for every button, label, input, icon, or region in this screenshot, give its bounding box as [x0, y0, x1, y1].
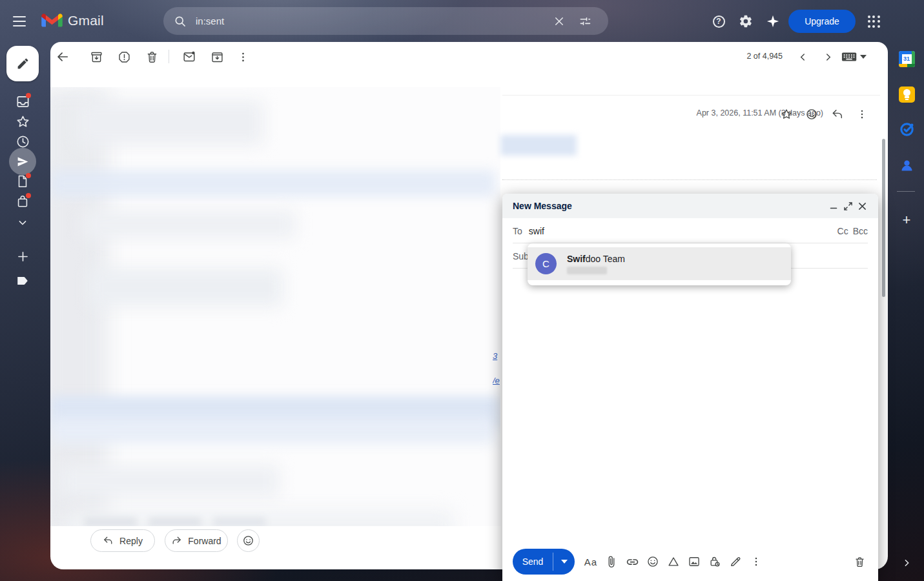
bcc-toggle[interactable]: Bcc [853, 226, 868, 236]
minimize-button[interactable] [826, 199, 841, 213]
sidebar-item-snoozed[interactable] [15, 134, 30, 149]
pagination-counter: 2 of 4,945 [746, 52, 783, 61]
plus-icon [16, 250, 30, 263]
main-menu-icon[interactable] [13, 14, 32, 29]
emoji-reaction-button[interactable] [237, 529, 260, 552]
calendar-panel-button[interactable]: 31 [898, 50, 915, 67]
compose-title: New Message [513, 201, 826, 211]
label-item[interactable] [15, 272, 30, 288]
create-label-button[interactable] [15, 249, 30, 264]
close-icon [858, 202, 867, 210]
popout-icon [844, 202, 852, 210]
older-button[interactable] [818, 47, 837, 66]
contacts-panel-button[interactable] [898, 157, 915, 174]
compose-button[interactable] [6, 46, 39, 81]
send-options-button[interactable] [553, 549, 575, 575]
more-actions-button[interactable] [233, 47, 252, 66]
compose-more-button[interactable] [748, 551, 765, 572]
sidebar-more-toggle[interactable] [15, 215, 30, 230]
caret-down-icon [561, 560, 568, 564]
email-body-blurred [50, 87, 500, 526]
delete-button[interactable] [142, 47, 161, 66]
upgrade-button[interactable]: Upgrade [788, 10, 856, 33]
send-split-button[interactable]: Send [513, 549, 575, 575]
reply-button[interactable] [828, 105, 847, 123]
email-link-fragment[interactable]: 3 [493, 351, 502, 361]
kebab-icon [750, 556, 762, 567]
keep-icon [899, 87, 915, 103]
support-button[interactable]: ? [706, 8, 732, 34]
archive-button[interactable] [87, 47, 106, 66]
search-icon[interactable] [174, 15, 187, 28]
sender-info-blurred [500, 135, 577, 156]
gmail-m-icon [41, 12, 63, 28]
input-tools-button[interactable] [839, 47, 868, 66]
tasks-panel-button[interactable] [898, 121, 915, 138]
help-icon: ? [713, 15, 725, 28]
search-options-icon[interactable] [572, 8, 598, 34]
gear-icon [739, 14, 753, 28]
insert-from-drive-button[interactable] [665, 551, 682, 572]
sparkle-icon [766, 14, 780, 28]
popout-button[interactable] [841, 199, 855, 213]
email-link-fragment[interactable]: /e [493, 376, 502, 385]
recipient-suggestion-dropdown: C Swifdoo Team [528, 243, 791, 285]
add-reaction-button[interactable] [803, 105, 821, 123]
forward-pill-button[interactable]: Forward [165, 529, 228, 552]
trash-icon [854, 556, 866, 568]
attach-file-button[interactable] [603, 551, 620, 572]
to-label: To [513, 226, 522, 236]
to-field[interactable]: To swif Cc Bcc [502, 218, 878, 243]
message-scrollbar[interactable] [882, 139, 885, 297]
gemini-button[interactable] [760, 8, 786, 34]
sidebar-item-starred[interactable] [15, 114, 30, 129]
kebab-icon [237, 51, 249, 63]
forward-label: Forward [188, 536, 221, 546]
keep-panel-button[interactable] [898, 86, 915, 103]
discard-draft-button[interactable] [851, 551, 868, 572]
formatting-options-button[interactable]: Aa [582, 551, 599, 572]
get-addons-button[interactable]: + [898, 212, 915, 229]
settings-button[interactable] [733, 8, 759, 34]
paperclip-icon [605, 555, 618, 568]
search-bar[interactable] [163, 7, 608, 35]
gmail-wordmark: Gmail [68, 13, 104, 28]
emoji-icon [646, 555, 659, 568]
keyboard-icon [841, 51, 858, 63]
panel-divider [897, 191, 915, 192]
insert-signature-button[interactable] [727, 551, 744, 572]
recipient-suggestion-item[interactable]: C Swifdoo Team [528, 247, 791, 280]
star-message-button[interactable] [777, 105, 796, 123]
pencil-icon [16, 57, 30, 70]
drive-icon [667, 555, 680, 568]
trash-icon [145, 50, 159, 64]
clear-search-icon[interactable] [546, 8, 572, 34]
chevron-down-icon [16, 216, 29, 229]
insert-emoji-button[interactable] [644, 551, 661, 572]
purchases-badge [26, 193, 31, 198]
star-icon [15, 114, 30, 129]
newer-button[interactable] [793, 47, 812, 66]
compose-titlebar[interactable]: New Message [502, 194, 878, 218]
mark-unread-button[interactable] [180, 47, 199, 66]
report-spam-button[interactable] [114, 47, 134, 66]
sidebar-item-sent[interactable] [9, 148, 36, 175]
avatar: C [535, 253, 557, 274]
reply-pill-button[interactable]: Reply [90, 529, 155, 552]
message-more-button[interactable] [853, 105, 871, 123]
header-separator [502, 95, 880, 96]
search-input[interactable] [196, 15, 546, 26]
hide-side-panel-button[interactable] [898, 555, 915, 571]
insert-photo-button[interactable] [686, 551, 703, 572]
quoted-content-separator [502, 179, 877, 180]
suggestion-name: Swifdoo Team [567, 254, 625, 264]
cc-toggle[interactable]: Cc [837, 226, 848, 236]
move-to-button[interactable] [207, 47, 227, 66]
close-compose-button[interactable] [855, 199, 869, 213]
insert-link-button[interactable] [624, 551, 641, 572]
confidential-mode-button[interactable] [706, 551, 723, 572]
back-button[interactable] [53, 47, 72, 66]
google-apps-button[interactable] [861, 8, 887, 34]
drafts-badge [26, 173, 31, 178]
send-button[interactable]: Send [513, 549, 553, 575]
